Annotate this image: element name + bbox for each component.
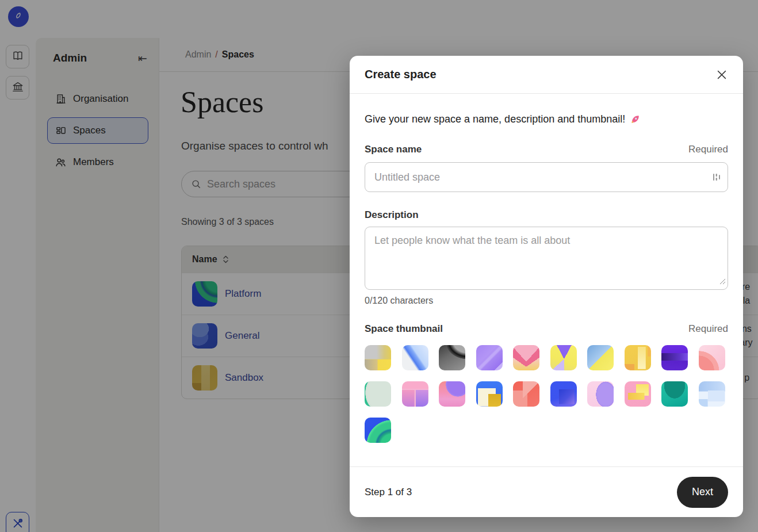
thumbnail-tile-pink-split-panels[interactable] xyxy=(402,381,428,407)
thumbnail-tile-blue-green-arcs[interactable] xyxy=(365,418,391,443)
character-counter: 0/120 characters xyxy=(365,296,728,306)
thumbnail-tile-yellow-purple-origami[interactable] xyxy=(550,345,577,370)
rocket-emoji-icon xyxy=(629,113,641,125)
space-thumbnail-label: Space thumbnail xyxy=(365,323,443,335)
thumbnail-tile-purple-diagonal[interactable] xyxy=(476,345,503,370)
description-textarea[interactable] xyxy=(365,227,728,290)
space-name-input[interactable] xyxy=(365,162,728,192)
thumbnail-tile-pink-purple-oval[interactable] xyxy=(587,381,614,407)
thumbnail-tile-teal-oval[interactable] xyxy=(365,381,391,407)
close-icon[interactable] xyxy=(715,68,728,81)
step-indicator: Step 1 of 3 xyxy=(365,487,412,498)
thumbnail-tile-blue-diagonal-stripe[interactable] xyxy=(402,345,428,370)
thumbnail-tile-gray-gold-quadrants[interactable] xyxy=(365,345,391,370)
thumbnail-tile-coral-fold[interactable] xyxy=(513,381,539,407)
thumbnail-grid xyxy=(365,345,727,443)
modal-title: Create space xyxy=(365,68,437,81)
space-thumbnail-required-badge: Required xyxy=(688,323,728,335)
thumbnail-tile-blue-yellow-split[interactable] xyxy=(587,345,614,370)
thumbnail-tile-pink-purple-blob[interactable] xyxy=(439,381,465,407)
thumbnail-tile-pink-coral-arc[interactable] xyxy=(699,345,725,370)
thumbnail-tile-blue-inner-square[interactable] xyxy=(550,381,577,407)
thumbnail-tile-lightblue-panels[interactable] xyxy=(699,381,725,407)
resize-handle-icon[interactable] xyxy=(719,277,726,287)
thumbnail-tile-indigo-band[interactable] xyxy=(661,345,688,370)
space-name-label: Space name xyxy=(365,144,422,155)
modal-intro-text: Give your new space a name, description … xyxy=(365,113,625,125)
next-button[interactable]: Next xyxy=(677,477,728,508)
thumbnail-tile-pink-yellow-cards[interactable] xyxy=(625,381,651,407)
create-space-modal: Create space Give your new space a name,… xyxy=(350,56,743,517)
thumbnail-tile-teal-dome[interactable] xyxy=(661,381,688,407)
thumbnail-tile-charcoal-arc[interactable] xyxy=(439,345,465,370)
thumbnail-tile-pink-double-v[interactable] xyxy=(513,345,539,370)
space-name-required-badge: Required xyxy=(688,144,728,155)
thumbnail-tile-blue-window[interactable] xyxy=(476,381,503,407)
text-bars-icon xyxy=(713,173,721,182)
description-label: Description xyxy=(365,209,419,221)
thumbnail-tile-gold-panels[interactable] xyxy=(625,345,651,370)
app-window: Admin ⇤ Organisation Spaces Members Admi… xyxy=(0,0,758,532)
